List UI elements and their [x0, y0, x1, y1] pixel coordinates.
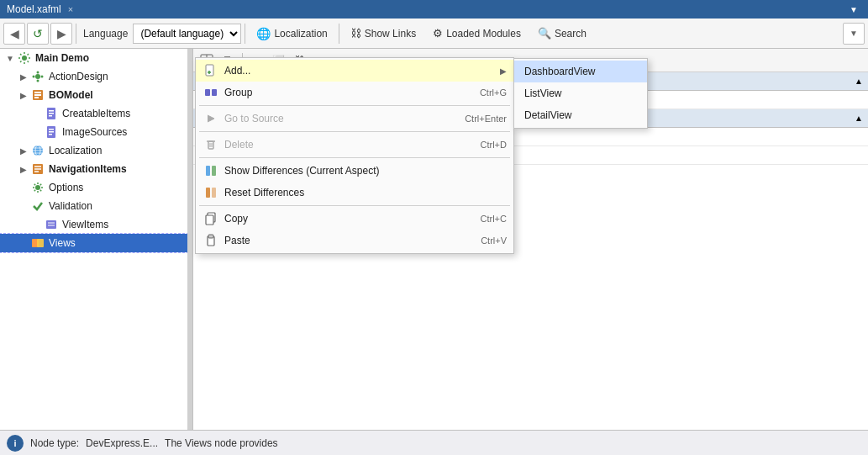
doc-icon — [44, 124, 59, 140]
toolbar-separator-3 — [339, 24, 339, 44]
doc-icon — [44, 106, 59, 121]
menu-item-show-diff[interactable]: Show Differences (Current Aspect) — [196, 160, 513, 182]
delete-icon — [203, 136, 219, 153]
svg-rect-45 — [205, 89, 210, 96]
loaded-modules-button[interactable]: ⚙ Loaded Modules — [425, 22, 529, 45]
globe-icon — [30, 143, 45, 158]
svg-point-0 — [22, 56, 27, 61]
views-icon — [30, 235, 45, 251]
back-button[interactable]: ◀ — [3, 23, 25, 45]
svg-rect-51 — [212, 166, 216, 176]
check-icon — [30, 198, 45, 214]
panel-splitter[interactable] — [187, 49, 192, 430]
submenu-item-listview[interactable]: ListView — [514, 82, 647, 104]
menu-item-paste[interactable]: Paste Ctrl+V — [196, 230, 513, 251]
title-bar-controls: ▼ — [850, 3, 861, 15]
tree-item-validation[interactable]: Validation — [0, 197, 192, 215]
title-text: Model.xafml — [7, 3, 61, 15]
status-description: The Views node provides — [165, 437, 278, 449]
title-bar: Model.xafml × ▼ — [0, 0, 868, 19]
menu-item-goto: Go to Source Ctrl+Enter — [196, 108, 513, 130]
group-icon — [203, 84, 219, 101]
tree-panel: ▼ Main Demo ▶ ActionDesign ▶ BOModel Cre… — [0, 49, 193, 430]
expand-icon — [30, 125, 44, 139]
svg-rect-11 — [49, 110, 54, 112]
collapse-misc-icon[interactable]: ▲ — [855, 114, 863, 123]
expand-icon: ▶ — [17, 70, 30, 83]
tree-item-options[interactable]: Options — [0, 178, 192, 197]
paste-icon — [203, 232, 219, 249]
submenu-item-detailview[interactable]: DetailView — [514, 104, 647, 126]
expand-icon: ▶ — [17, 144, 30, 157]
svg-rect-50 — [206, 166, 210, 176]
menu-sep-1 — [199, 105, 510, 106]
svg-rect-17 — [49, 134, 52, 135]
node-type-value: DevExpress.E... — [86, 437, 158, 449]
search-button[interactable]: 🔍 Search — [530, 22, 594, 45]
expand-icon: ▶ — [17, 162, 30, 176]
bo-icon — [30, 87, 45, 103]
search-icon: 🔍 — [538, 27, 551, 40]
tree-label: Options — [49, 182, 83, 193]
language-label: Language — [80, 28, 131, 40]
expand-icon — [17, 236, 30, 250]
tree-label: Validation — [49, 200, 92, 212]
tree-item-nav-items[interactable]: ▶ NavigationItems — [0, 160, 192, 178]
goto-icon — [203, 110, 219, 127]
menu-sep-3 — [199, 157, 510, 158]
menu-item-reset-diff[interactable]: Reset Differences — [196, 182, 513, 204]
tree-label: Localization — [49, 145, 102, 156]
tree-item-action-design[interactable]: ▶ ActionDesign — [0, 67, 192, 86]
language-select[interactable]: (Default language) — [133, 24, 241, 44]
svg-rect-42 — [206, 65, 213, 76]
menu-item-copy[interactable]: Copy Ctrl+C — [196, 208, 513, 230]
svg-point-3 — [37, 80, 39, 82]
submenu-item-dashboard[interactable]: DashboardView — [514, 61, 647, 82]
gear-icon — [17, 50, 32, 66]
tree-label: Views — [49, 237, 76, 249]
items-icon — [44, 217, 59, 232]
tree-label: ImageSources — [62, 126, 127, 138]
add-doc-icon — [203, 62, 219, 79]
show-links-button[interactable]: ⛓ Show Links — [343, 22, 423, 45]
tree-item-views[interactable]: Views — [0, 234, 192, 252]
svg-rect-12 — [49, 113, 54, 114]
overflow-button[interactable]: ▼ — [843, 23, 865, 45]
submenu[interactable]: DashboardView ListView DetailView — [513, 58, 648, 129]
window-dropdown-btn[interactable]: ▼ — [850, 5, 858, 14]
tree-item-bo-model[interactable]: ▶ BOModel — [0, 86, 192, 104]
svg-rect-46 — [212, 89, 217, 96]
expand-icon — [17, 181, 30, 194]
context-menu[interactable]: Add... ▶ Group Ctrl+G Go to Source Ctrl+… — [195, 57, 514, 254]
svg-point-5 — [41, 76, 44, 78]
menu-item-add[interactable]: Add... ▶ — [196, 60, 513, 82]
menu-item-group[interactable]: Group Ctrl+G — [196, 82, 513, 103]
menu-sep-2 — [199, 131, 510, 132]
forward-button[interactable]: ▶ — [50, 23, 72, 45]
svg-rect-8 — [34, 94, 41, 96]
svg-point-2 — [37, 71, 39, 74]
svg-rect-28 — [46, 220, 56, 229]
refresh-button[interactable]: ↺ — [27, 23, 49, 45]
status-bar: i Node type: DevExpress.E... The Views n… — [0, 430, 868, 455]
svg-rect-15 — [49, 129, 54, 130]
globe-icon: 🌐 — [256, 27, 271, 40]
tree-item-main-demo[interactable]: ▼ Main Demo — [0, 49, 192, 67]
gear-green-icon — [30, 69, 45, 84]
tree-item-creatable-items[interactable]: CreatableItems — [0, 104, 192, 123]
main-toolbar: ◀ ↺ ▶ Language (Default language) 🌐 Loca… — [0, 19, 868, 49]
tree-label: ActionDesign — [49, 71, 108, 82]
tree-item-localization[interactable]: ▶ Localization — [0, 141, 192, 160]
options-gear-icon — [30, 180, 45, 195]
localization-button[interactable]: 🌐 Localization — [249, 22, 334, 45]
tree-label: CreatableItems — [62, 108, 130, 119]
svg-rect-16 — [49, 131, 54, 133]
svg-point-1 — [35, 74, 40, 79]
tree-item-image-sources[interactable]: ImageSources — [0, 123, 192, 141]
node-type-label: Node type: — [30, 437, 79, 449]
collapse-icon[interactable]: ▲ — [855, 77, 863, 86]
info-icon: i — [7, 435, 24, 452]
tree-item-view-items[interactable]: ViewItems — [0, 215, 192, 234]
reset-icon — [203, 184, 219, 201]
menu-sep-4 — [199, 205, 510, 206]
